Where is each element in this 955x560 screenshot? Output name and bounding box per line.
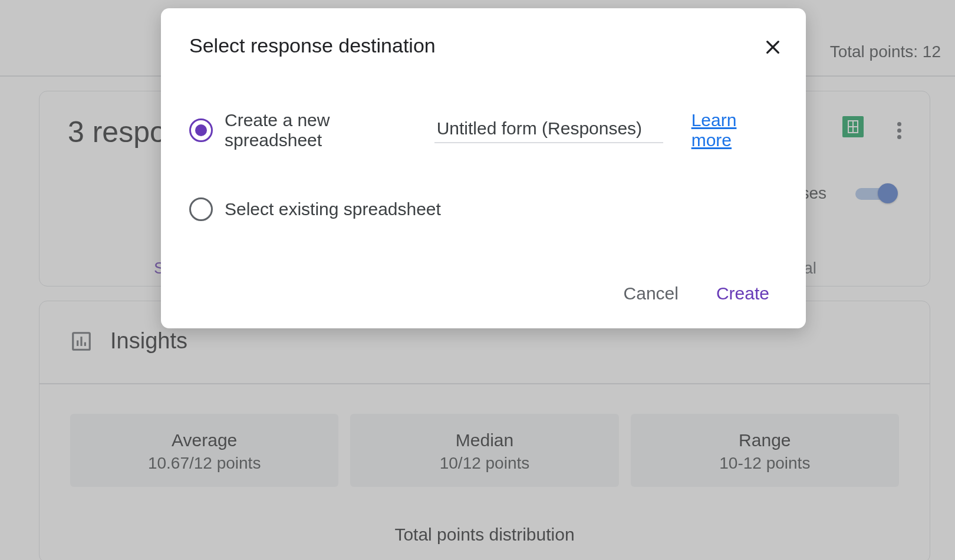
learn-more-link[interactable]: Learn more	[691, 110, 778, 150]
option-existing-label: Select existing spreadsheet	[225, 199, 441, 219]
close-icon[interactable]	[760, 34, 786, 62]
radio-select-existing[interactable]	[189, 197, 213, 221]
create-button[interactable]: Create	[712, 280, 774, 307]
response-destination-modal: Select response destination Create a new…	[161, 8, 806, 328]
modal-title: Select response destination	[189, 34, 778, 57]
radio-create-new[interactable]	[189, 118, 213, 142]
option-create-label: Create a new spreadsheet	[225, 110, 423, 150]
cancel-button[interactable]: Cancel	[619, 280, 683, 307]
spreadsheet-name-input[interactable]	[434, 117, 663, 143]
